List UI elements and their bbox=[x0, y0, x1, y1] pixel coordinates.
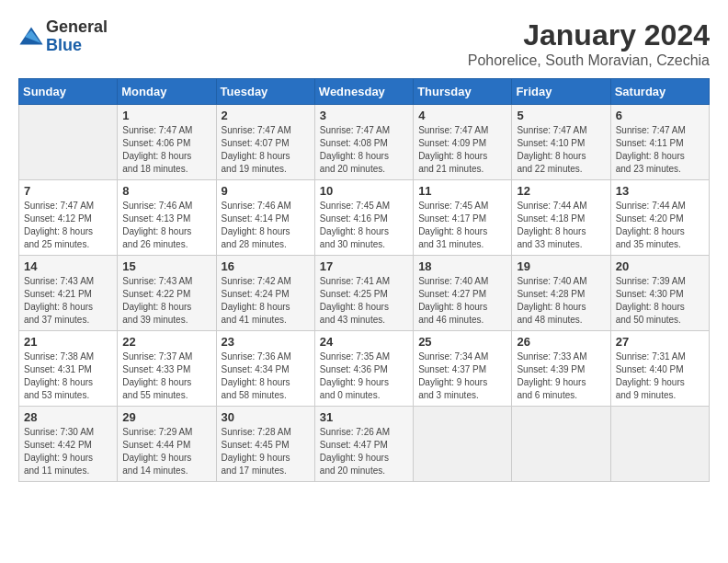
calendar-cell: 28Sunrise: 7:30 AM Sunset: 4:42 PM Dayli… bbox=[19, 407, 118, 482]
day-number: 20 bbox=[616, 259, 704, 273]
day-number: 10 bbox=[320, 184, 408, 198]
day-number: 24 bbox=[320, 335, 408, 349]
week-row-4: 21Sunrise: 7:38 AM Sunset: 4:31 PM Dayli… bbox=[19, 331, 710, 407]
calendar-cell: 10Sunrise: 7:45 AM Sunset: 4:16 PM Dayli… bbox=[314, 180, 413, 256]
calendar-cell: 24Sunrise: 7:35 AM Sunset: 4:36 PM Dayli… bbox=[314, 331, 413, 407]
calendar-table: SundayMondayTuesdayWednesdayThursdayFrid… bbox=[18, 78, 710, 482]
day-info: Sunrise: 7:45 AM Sunset: 4:17 PM Dayligh… bbox=[418, 200, 506, 251]
day-info: Sunrise: 7:33 AM Sunset: 4:39 PM Dayligh… bbox=[517, 350, 605, 402]
calendar-cell: 11Sunrise: 7:45 AM Sunset: 4:17 PM Dayli… bbox=[414, 180, 512, 256]
day-number: 14 bbox=[24, 259, 112, 273]
calendar-cell: 18Sunrise: 7:40 AM Sunset: 4:27 PM Dayli… bbox=[414, 256, 512, 331]
day-number: 4 bbox=[418, 109, 506, 122]
calendar-cell bbox=[512, 407, 610, 482]
week-row-2: 7Sunrise: 7:47 AM Sunset: 4:12 PM Daylig… bbox=[19, 180, 710, 256]
day-number: 28 bbox=[24, 410, 112, 424]
day-number: 30 bbox=[222, 410, 310, 424]
day-info: Sunrise: 7:47 AM Sunset: 4:07 PM Dayligh… bbox=[222, 124, 310, 176]
day-info: Sunrise: 7:39 AM Sunset: 4:30 PM Dayligh… bbox=[616, 275, 704, 327]
calendar-cell: 25Sunrise: 7:34 AM Sunset: 4:37 PM Dayli… bbox=[414, 331, 512, 407]
calendar-cell: 13Sunrise: 7:44 AM Sunset: 4:20 PM Dayli… bbox=[610, 180, 709, 256]
weekday-header-sunday: Sunday bbox=[19, 79, 118, 105]
weekday-header-saturday: Saturday bbox=[610, 79, 709, 105]
day-info: Sunrise: 7:47 AM Sunset: 4:12 PM Dayligh… bbox=[24, 200, 112, 251]
calendar-cell: 3Sunrise: 7:47 AM Sunset: 4:08 PM Daylig… bbox=[314, 105, 413, 180]
calendar-cell: 1Sunrise: 7:47 AM Sunset: 4:06 PM Daylig… bbox=[118, 105, 216, 180]
day-number: 21 bbox=[24, 335, 112, 349]
calendar-cell bbox=[414, 407, 512, 482]
calendar-cell: 4Sunrise: 7:47 AM Sunset: 4:09 PM Daylig… bbox=[414, 105, 512, 180]
day-info: Sunrise: 7:44 AM Sunset: 4:20 PM Dayligh… bbox=[616, 200, 704, 251]
day-info: Sunrise: 7:40 AM Sunset: 4:27 PM Dayligh… bbox=[418, 275, 506, 327]
calendar-cell bbox=[19, 105, 118, 180]
day-info: Sunrise: 7:43 AM Sunset: 4:21 PM Dayligh… bbox=[24, 275, 112, 327]
weekday-header-wednesday: Wednesday bbox=[314, 79, 413, 105]
day-number: 19 bbox=[517, 259, 605, 273]
calendar-cell: 12Sunrise: 7:44 AM Sunset: 4:18 PM Dayli… bbox=[512, 180, 610, 256]
calendar-cell: 7Sunrise: 7:47 AM Sunset: 4:12 PM Daylig… bbox=[19, 180, 118, 256]
day-info: Sunrise: 7:47 AM Sunset: 4:09 PM Dayligh… bbox=[418, 124, 506, 176]
day-info: Sunrise: 7:47 AM Sunset: 4:08 PM Dayligh… bbox=[320, 124, 408, 176]
calendar-cell: 27Sunrise: 7:31 AM Sunset: 4:40 PM Dayli… bbox=[610, 331, 709, 407]
day-number: 31 bbox=[320, 410, 408, 424]
day-number: 5 bbox=[517, 109, 605, 122]
day-number: 22 bbox=[122, 335, 210, 349]
day-info: Sunrise: 7:28 AM Sunset: 4:45 PM Dayligh… bbox=[222, 426, 310, 477]
day-number: 26 bbox=[517, 335, 605, 349]
day-number: 23 bbox=[222, 335, 310, 349]
calendar-cell: 22Sunrise: 7:37 AM Sunset: 4:33 PM Dayli… bbox=[118, 331, 216, 407]
day-number: 2 bbox=[222, 109, 310, 122]
calendar-header: General Blue January 2024 Pohorelice, So… bbox=[18, 18, 710, 69]
week-row-1: 1Sunrise: 7:47 AM Sunset: 4:06 PM Daylig… bbox=[19, 105, 710, 180]
day-number: 16 bbox=[222, 259, 310, 273]
calendar-cell: 30Sunrise: 7:28 AM Sunset: 4:45 PM Dayli… bbox=[216, 407, 314, 482]
calendar-cell: 23Sunrise: 7:36 AM Sunset: 4:34 PM Dayli… bbox=[216, 331, 314, 407]
title-area: January 2024 Pohorelice, South Moravian,… bbox=[468, 18, 710, 69]
day-info: Sunrise: 7:35 AM Sunset: 4:36 PM Dayligh… bbox=[320, 350, 408, 402]
day-info: Sunrise: 7:44 AM Sunset: 4:18 PM Dayligh… bbox=[517, 200, 605, 251]
day-number: 3 bbox=[320, 109, 408, 122]
day-info: Sunrise: 7:31 AM Sunset: 4:40 PM Dayligh… bbox=[616, 350, 704, 402]
week-row-5: 28Sunrise: 7:30 AM Sunset: 4:42 PM Dayli… bbox=[19, 407, 710, 482]
day-number: 29 bbox=[122, 410, 210, 424]
calendar-cell: 5Sunrise: 7:47 AM Sunset: 4:10 PM Daylig… bbox=[512, 105, 610, 180]
day-info: Sunrise: 7:47 AM Sunset: 4:11 PM Dayligh… bbox=[616, 124, 704, 176]
calendar-cell: 16Sunrise: 7:42 AM Sunset: 4:24 PM Dayli… bbox=[216, 256, 314, 331]
day-info: Sunrise: 7:42 AM Sunset: 4:24 PM Dayligh… bbox=[222, 275, 310, 327]
calendar-cell: 29Sunrise: 7:29 AM Sunset: 4:44 PM Dayli… bbox=[118, 407, 216, 482]
calendar-cell: 19Sunrise: 7:40 AM Sunset: 4:28 PM Dayli… bbox=[512, 256, 610, 331]
calendar-cell bbox=[610, 407, 709, 482]
calendar-cell: 14Sunrise: 7:43 AM Sunset: 4:21 PM Dayli… bbox=[19, 256, 118, 331]
calendar-cell: 21Sunrise: 7:38 AM Sunset: 4:31 PM Dayli… bbox=[19, 331, 118, 407]
day-number: 17 bbox=[320, 259, 408, 273]
day-number: 7 bbox=[24, 184, 112, 198]
day-info: Sunrise: 7:45 AM Sunset: 4:16 PM Dayligh… bbox=[320, 200, 408, 251]
day-number: 18 bbox=[418, 259, 506, 273]
day-number: 12 bbox=[517, 184, 605, 198]
calendar-cell: 15Sunrise: 7:43 AM Sunset: 4:22 PM Dayli… bbox=[118, 256, 216, 331]
calendar-cell: 17Sunrise: 7:41 AM Sunset: 4:25 PM Dayli… bbox=[314, 256, 413, 331]
logo: General Blue bbox=[18, 18, 108, 55]
day-info: Sunrise: 7:34 AM Sunset: 4:37 PM Dayligh… bbox=[418, 350, 506, 402]
week-row-3: 14Sunrise: 7:43 AM Sunset: 4:21 PM Dayli… bbox=[19, 256, 710, 331]
day-info: Sunrise: 7:38 AM Sunset: 4:31 PM Dayligh… bbox=[24, 350, 112, 402]
day-number: 13 bbox=[616, 184, 704, 198]
weekday-header-monday: Monday bbox=[118, 79, 216, 105]
day-info: Sunrise: 7:46 AM Sunset: 4:14 PM Dayligh… bbox=[222, 200, 310, 251]
calendar-cell: 6Sunrise: 7:47 AM Sunset: 4:11 PM Daylig… bbox=[610, 105, 709, 180]
day-number: 8 bbox=[122, 184, 210, 198]
calendar-cell: 2Sunrise: 7:47 AM Sunset: 4:07 PM Daylig… bbox=[216, 105, 314, 180]
day-info: Sunrise: 7:40 AM Sunset: 4:28 PM Dayligh… bbox=[517, 275, 605, 327]
weekday-header-thursday: Thursday bbox=[414, 79, 512, 105]
weekday-header-friday: Friday bbox=[512, 79, 610, 105]
day-info: Sunrise: 7:26 AM Sunset: 4:47 PM Dayligh… bbox=[320, 426, 408, 477]
day-number: 6 bbox=[616, 109, 704, 122]
day-info: Sunrise: 7:36 AM Sunset: 4:34 PM Dayligh… bbox=[222, 350, 310, 402]
day-number: 1 bbox=[122, 109, 210, 122]
calendar-cell: 31Sunrise: 7:26 AM Sunset: 4:47 PM Dayli… bbox=[314, 407, 413, 482]
calendar-title: January 2024 bbox=[468, 18, 710, 52]
day-info: Sunrise: 7:30 AM Sunset: 4:42 PM Dayligh… bbox=[24, 426, 112, 477]
calendar-subtitle: Pohorelice, South Moravian, Czechia bbox=[468, 52, 710, 69]
calendar-cell: 8Sunrise: 7:46 AM Sunset: 4:13 PM Daylig… bbox=[118, 180, 216, 256]
logo-text: General Blue bbox=[46, 18, 108, 55]
